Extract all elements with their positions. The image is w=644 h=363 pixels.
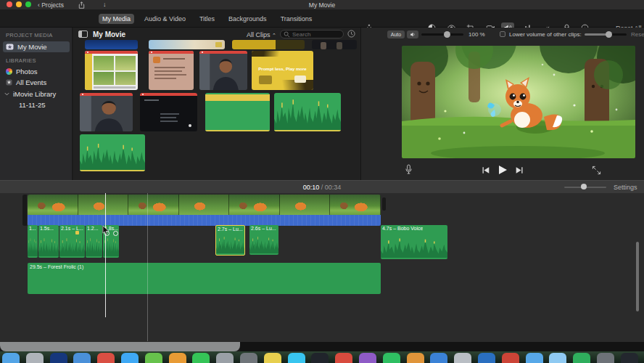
- media-thumbnail[interactable]: [149, 40, 225, 49]
- dock-app-icon[interactable]: [169, 353, 186, 363]
- desktop-shadow: [240, 342, 644, 351]
- filmstrip-frame[interactable]: [78, 195, 129, 215]
- dock-app-icon[interactable]: [121, 353, 139, 363]
- waveform: [381, 237, 447, 258]
- dock-app-icon[interactable]: [240, 353, 257, 363]
- sidebar-item-imovie-library[interactable]: iMovie Library: [3, 89, 70, 99]
- clip-filter-dropdown[interactable]: All Clips ⌃: [247, 31, 276, 38]
- music-clip-forest-frolic[interactable]: 29.5s – Forest Frolic (1): [28, 263, 381, 294]
- media-thumbnail[interactable]: [312, 40, 357, 49]
- tab-audio-video[interactable]: Audio & Video: [141, 14, 189, 24]
- media-thumbnail-screencast[interactable]: [85, 51, 138, 90]
- sidebar-item-my-movie[interactable]: My Movie: [3, 41, 70, 52]
- clip-label: 2.1s – L...: [61, 226, 83, 231]
- filmstrip-frame[interactable]: [229, 195, 280, 215]
- audio-clip-selected[interactable]: 2.7s – Lu...: [215, 225, 245, 256]
- filmstrip-frame[interactable]: [28, 195, 78, 215]
- dock-app-icon[interactable]: [383, 353, 400, 363]
- dock-app-icon[interactable]: [288, 353, 305, 363]
- tab-transitions[interactable]: Transitions: [277, 14, 316, 24]
- clip-trim-handle[interactable]: [22, 195, 27, 226]
- mute-button[interactable]: [407, 30, 418, 38]
- volume-slider-knob[interactable]: [444, 31, 450, 38]
- sidebar-photos-label: Photos: [16, 68, 38, 76]
- dock-app-icon[interactable]: [264, 353, 281, 363]
- tab-my-media[interactable]: My Media: [99, 14, 134, 24]
- media-thumbnail[interactable]: [85, 40, 138, 49]
- dock-app-icon[interactable]: [359, 353, 376, 363]
- playhead[interactable]: [105, 193, 106, 317]
- clip-label: 1.2...: [87, 226, 99, 231]
- audio-clip[interactable]: 1.2...: [86, 225, 102, 258]
- dock-app-icon[interactable]: [621, 353, 638, 363]
- dock-app-icon[interactable]: [216, 353, 234, 363]
- dock-app-icon[interactable]: [50, 353, 67, 363]
- dock-app-icon[interactable]: [145, 353, 162, 363]
- dock-app-icon[interactable]: [335, 353, 352, 363]
- filmstrip-frame[interactable]: [179, 195, 230, 215]
- dock-app-icon[interactable]: [454, 353, 471, 363]
- clip-trim-handle[interactable]: [382, 197, 386, 211]
- audio-clip[interactable]: 1.5s...: [38, 225, 59, 258]
- audio-clip[interactable]: 2.6s – Lu...: [249, 225, 278, 255]
- volume-line: [205, 130, 270, 131]
- dock-app-icon[interactable]: [407, 353, 424, 363]
- fullscreen-icon[interactable]: [592, 166, 601, 175]
- tab-backgrounds[interactable]: Backgrounds: [225, 14, 271, 24]
- media-thumbnail-promo[interactable]: Prompt less, Play more: [252, 51, 313, 90]
- video-audio-strip[interactable]: [28, 215, 381, 226]
- thumb-image: [94, 56, 114, 70]
- search-field[interactable]: Search: [280, 30, 344, 38]
- media-browser: My Movie All Clips ⌃ Search: [73, 28, 360, 180]
- media-thumbnail-terminal[interactable]: [140, 93, 197, 131]
- skip-forward-button[interactable]: [515, 166, 524, 174]
- media-thumbnail-document[interactable]: [149, 51, 194, 90]
- dock-app-icon[interactable]: [97, 353, 115, 363]
- media-thumbnail-audio[interactable]: [80, 134, 145, 171]
- audio-clip[interactable]: 1...: [28, 225, 38, 258]
- filmstrip-frame[interactable]: [330, 195, 381, 215]
- dock-app-icon[interactable]: [2, 353, 20, 363]
- sidebar-toggle-icon[interactable]: [78, 30, 88, 38]
- media-thumbnail-audio[interactable]: [205, 93, 270, 131]
- dock-app-icon[interactable]: [549, 353, 566, 363]
- dock-app-icon[interactable]: [573, 353, 590, 363]
- tab-titles[interactable]: Titles: [196, 14, 218, 24]
- media-thumbnail-person-video[interactable]: [80, 93, 133, 131]
- dock-app-icon[interactable]: [502, 353, 519, 363]
- dock-app-icon[interactable]: [478, 353, 495, 363]
- filmstrip-frame[interactable]: [280, 195, 331, 215]
- lower-volume-checkbox[interactable]: [500, 31, 505, 37]
- dock-app-icon[interactable]: [26, 353, 44, 363]
- all-events-icon: [6, 79, 12, 86]
- timeline-scrollbar[interactable]: [636, 242, 639, 311]
- timeline-zoom-knob[interactable]: [581, 184, 587, 189]
- skip-back-button[interactable]: [482, 166, 490, 174]
- media-thumbnail[interactable]: [232, 40, 305, 49]
- audio-clip[interactable]: 2.1s – L...: [59, 225, 85, 258]
- media-thumbnail-audio[interactable]: [274, 93, 341, 131]
- media-thumbnail-person-video[interactable]: [199, 51, 247, 90]
- dock-app-icon[interactable]: [192, 353, 210, 363]
- audio-clip-bobo-voice[interactable]: 4.7s – Bobo Voice: [381, 225, 447, 259]
- dock-app-icon[interactable]: [597, 353, 614, 363]
- voiceover-mic-button[interactable]: [405, 164, 413, 175]
- sidebar-item-photos[interactable]: Photos: [3, 66, 70, 77]
- volume-slider[interactable]: [421, 33, 463, 36]
- dock-app-icon[interactable]: [73, 353, 91, 363]
- auto-volume-button[interactable]: Auto: [387, 30, 405, 38]
- play-button[interactable]: [498, 165, 508, 175]
- dock-app-icon[interactable]: [430, 353, 447, 363]
- speaker-icon: [410, 31, 416, 38]
- reset-button[interactable]: Reset: [631, 31, 644, 38]
- movie-project-icon: [6, 44, 14, 50]
- sidebar-item-all-events[interactable]: All Events: [3, 77, 70, 88]
- sidebar-item-event[interactable]: 11-11-25: [3, 99, 70, 110]
- fade-handle[interactable]: [113, 231, 118, 236]
- lower-volume-slider-knob[interactable]: [606, 31, 612, 38]
- filmstrip-frame[interactable]: [128, 195, 179, 215]
- dock-app-icon[interactable]: [311, 353, 329, 363]
- dock-app-icon[interactable]: [526, 353, 543, 363]
- recent-clock-icon[interactable]: [347, 30, 355, 38]
- timeline-settings-button[interactable]: Settings: [614, 184, 637, 191]
